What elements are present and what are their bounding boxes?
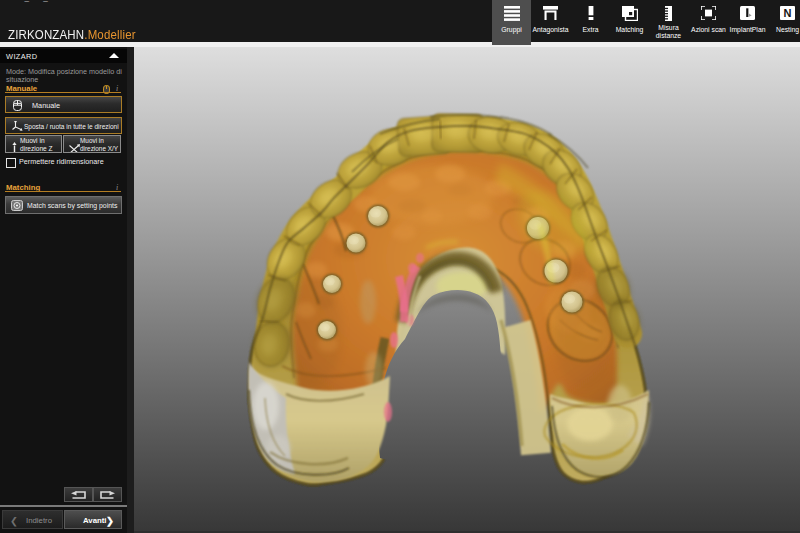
svg-text:N: N [784,7,792,19]
